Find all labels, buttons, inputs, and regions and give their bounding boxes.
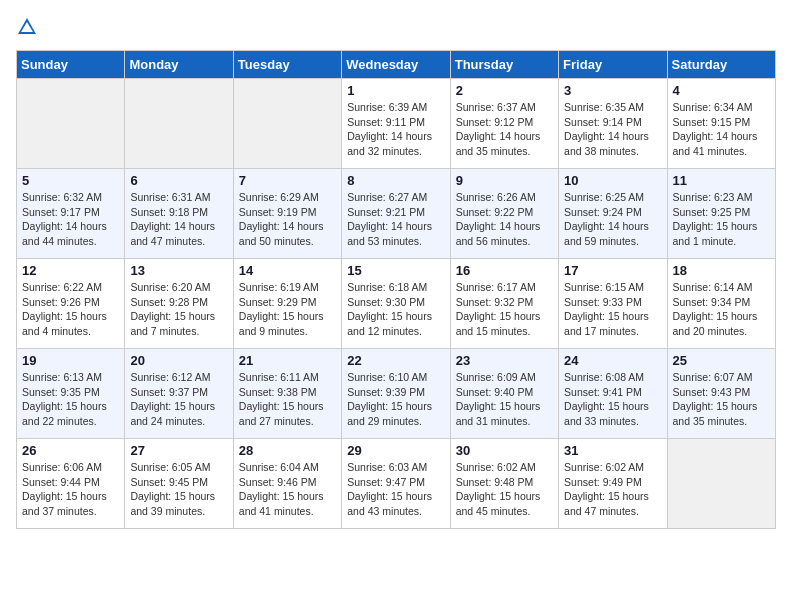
calendar-cell: 9Sunrise: 6:26 AMSunset: 9:22 PMDaylight… — [450, 169, 558, 259]
day-info: Sunrise: 6:20 AMSunset: 9:28 PMDaylight:… — [130, 280, 227, 339]
day-info: Sunrise: 6:07 AMSunset: 9:43 PMDaylight:… — [673, 370, 770, 429]
day-number: 25 — [673, 353, 770, 368]
day-number: 30 — [456, 443, 553, 458]
calendar-cell: 30Sunrise: 6:02 AMSunset: 9:48 PMDayligh… — [450, 439, 558, 529]
day-info: Sunrise: 6:15 AMSunset: 9:33 PMDaylight:… — [564, 280, 661, 339]
day-info: Sunrise: 6:39 AMSunset: 9:11 PMDaylight:… — [347, 100, 444, 159]
calendar-cell: 13Sunrise: 6:20 AMSunset: 9:28 PMDayligh… — [125, 259, 233, 349]
calendar-cell: 1Sunrise: 6:39 AMSunset: 9:11 PMDaylight… — [342, 79, 450, 169]
day-info: Sunrise: 6:32 AMSunset: 9:17 PMDaylight:… — [22, 190, 119, 249]
day-number: 12 — [22, 263, 119, 278]
day-info: Sunrise: 6:05 AMSunset: 9:45 PMDaylight:… — [130, 460, 227, 519]
day-number: 3 — [564, 83, 661, 98]
day-number: 14 — [239, 263, 336, 278]
day-number: 15 — [347, 263, 444, 278]
calendar-cell: 12Sunrise: 6:22 AMSunset: 9:26 PMDayligh… — [17, 259, 125, 349]
calendar-week-3: 12Sunrise: 6:22 AMSunset: 9:26 PMDayligh… — [17, 259, 776, 349]
day-number: 22 — [347, 353, 444, 368]
calendar-cell: 18Sunrise: 6:14 AMSunset: 9:34 PMDayligh… — [667, 259, 775, 349]
calendar-cell: 3Sunrise: 6:35 AMSunset: 9:14 PMDaylight… — [559, 79, 667, 169]
calendar-week-2: 5Sunrise: 6:32 AMSunset: 9:17 PMDaylight… — [17, 169, 776, 259]
day-number: 27 — [130, 443, 227, 458]
day-number: 20 — [130, 353, 227, 368]
calendar-cell: 4Sunrise: 6:34 AMSunset: 9:15 PMDaylight… — [667, 79, 775, 169]
weekday-header-sunday: Sunday — [17, 51, 125, 79]
day-number: 21 — [239, 353, 336, 368]
day-number: 16 — [456, 263, 553, 278]
day-info: Sunrise: 6:25 AMSunset: 9:24 PMDaylight:… — [564, 190, 661, 249]
calendar-cell: 8Sunrise: 6:27 AMSunset: 9:21 PMDaylight… — [342, 169, 450, 259]
calendar-cell: 16Sunrise: 6:17 AMSunset: 9:32 PMDayligh… — [450, 259, 558, 349]
day-info: Sunrise: 6:12 AMSunset: 9:37 PMDaylight:… — [130, 370, 227, 429]
calendar-cell: 19Sunrise: 6:13 AMSunset: 9:35 PMDayligh… — [17, 349, 125, 439]
day-info: Sunrise: 6:37 AMSunset: 9:12 PMDaylight:… — [456, 100, 553, 159]
day-info: Sunrise: 6:10 AMSunset: 9:39 PMDaylight:… — [347, 370, 444, 429]
day-number: 23 — [456, 353, 553, 368]
day-number: 10 — [564, 173, 661, 188]
calendar-cell: 22Sunrise: 6:10 AMSunset: 9:39 PMDayligh… — [342, 349, 450, 439]
calendar-cell — [233, 79, 341, 169]
calendar-cell: 24Sunrise: 6:08 AMSunset: 9:41 PMDayligh… — [559, 349, 667, 439]
logo-icon — [16, 16, 38, 38]
calendar-cell: 14Sunrise: 6:19 AMSunset: 9:29 PMDayligh… — [233, 259, 341, 349]
weekday-header-tuesday: Tuesday — [233, 51, 341, 79]
weekday-header-friday: Friday — [559, 51, 667, 79]
day-info: Sunrise: 6:14 AMSunset: 9:34 PMDaylight:… — [673, 280, 770, 339]
day-number: 1 — [347, 83, 444, 98]
calendar-cell: 5Sunrise: 6:32 AMSunset: 9:17 PMDaylight… — [17, 169, 125, 259]
calendar-cell: 29Sunrise: 6:03 AMSunset: 9:47 PMDayligh… — [342, 439, 450, 529]
calendar-cell: 6Sunrise: 6:31 AMSunset: 9:18 PMDaylight… — [125, 169, 233, 259]
day-info: Sunrise: 6:08 AMSunset: 9:41 PMDaylight:… — [564, 370, 661, 429]
day-info: Sunrise: 6:27 AMSunset: 9:21 PMDaylight:… — [347, 190, 444, 249]
day-info: Sunrise: 6:02 AMSunset: 9:48 PMDaylight:… — [456, 460, 553, 519]
day-number: 11 — [673, 173, 770, 188]
calendar-week-4: 19Sunrise: 6:13 AMSunset: 9:35 PMDayligh… — [17, 349, 776, 439]
day-number: 5 — [22, 173, 119, 188]
day-info: Sunrise: 6:31 AMSunset: 9:18 PMDaylight:… — [130, 190, 227, 249]
calendar-cell: 2Sunrise: 6:37 AMSunset: 9:12 PMDaylight… — [450, 79, 558, 169]
day-info: Sunrise: 6:34 AMSunset: 9:15 PMDaylight:… — [673, 100, 770, 159]
calendar-cell — [17, 79, 125, 169]
day-number: 18 — [673, 263, 770, 278]
calendar-cell: 21Sunrise: 6:11 AMSunset: 9:38 PMDayligh… — [233, 349, 341, 439]
day-number: 13 — [130, 263, 227, 278]
day-info: Sunrise: 6:26 AMSunset: 9:22 PMDaylight:… — [456, 190, 553, 249]
day-number: 29 — [347, 443, 444, 458]
day-info: Sunrise: 6:35 AMSunset: 9:14 PMDaylight:… — [564, 100, 661, 159]
day-number: 6 — [130, 173, 227, 188]
day-number: 7 — [239, 173, 336, 188]
calendar-cell: 28Sunrise: 6:04 AMSunset: 9:46 PMDayligh… — [233, 439, 341, 529]
day-info: Sunrise: 6:04 AMSunset: 9:46 PMDaylight:… — [239, 460, 336, 519]
day-number: 8 — [347, 173, 444, 188]
day-number: 17 — [564, 263, 661, 278]
day-number: 9 — [456, 173, 553, 188]
day-number: 4 — [673, 83, 770, 98]
day-info: Sunrise: 6:23 AMSunset: 9:25 PMDaylight:… — [673, 190, 770, 249]
weekday-header-wednesday: Wednesday — [342, 51, 450, 79]
day-number: 26 — [22, 443, 119, 458]
calendar-table: SundayMondayTuesdayWednesdayThursdayFrid… — [16, 50, 776, 529]
weekday-header-thursday: Thursday — [450, 51, 558, 79]
calendar-cell: 17Sunrise: 6:15 AMSunset: 9:33 PMDayligh… — [559, 259, 667, 349]
weekday-header-row: SundayMondayTuesdayWednesdayThursdayFrid… — [17, 51, 776, 79]
calendar-cell: 20Sunrise: 6:12 AMSunset: 9:37 PMDayligh… — [125, 349, 233, 439]
calendar-cell: 25Sunrise: 6:07 AMSunset: 9:43 PMDayligh… — [667, 349, 775, 439]
calendar-cell — [125, 79, 233, 169]
day-info: Sunrise: 6:13 AMSunset: 9:35 PMDaylight:… — [22, 370, 119, 429]
day-number: 2 — [456, 83, 553, 98]
day-info: Sunrise: 6:19 AMSunset: 9:29 PMDaylight:… — [239, 280, 336, 339]
day-info: Sunrise: 6:29 AMSunset: 9:19 PMDaylight:… — [239, 190, 336, 249]
calendar-cell: 11Sunrise: 6:23 AMSunset: 9:25 PMDayligh… — [667, 169, 775, 259]
weekday-header-monday: Monday — [125, 51, 233, 79]
calendar-cell: 7Sunrise: 6:29 AMSunset: 9:19 PMDaylight… — [233, 169, 341, 259]
day-number: 19 — [22, 353, 119, 368]
day-info: Sunrise: 6:18 AMSunset: 9:30 PMDaylight:… — [347, 280, 444, 339]
calendar-cell: 26Sunrise: 6:06 AMSunset: 9:44 PMDayligh… — [17, 439, 125, 529]
day-number: 28 — [239, 443, 336, 458]
weekday-header-saturday: Saturday — [667, 51, 775, 79]
calendar-cell: 15Sunrise: 6:18 AMSunset: 9:30 PMDayligh… — [342, 259, 450, 349]
day-info: Sunrise: 6:06 AMSunset: 9:44 PMDaylight:… — [22, 460, 119, 519]
day-info: Sunrise: 6:17 AMSunset: 9:32 PMDaylight:… — [456, 280, 553, 339]
day-number: 31 — [564, 443, 661, 458]
day-info: Sunrise: 6:02 AMSunset: 9:49 PMDaylight:… — [564, 460, 661, 519]
